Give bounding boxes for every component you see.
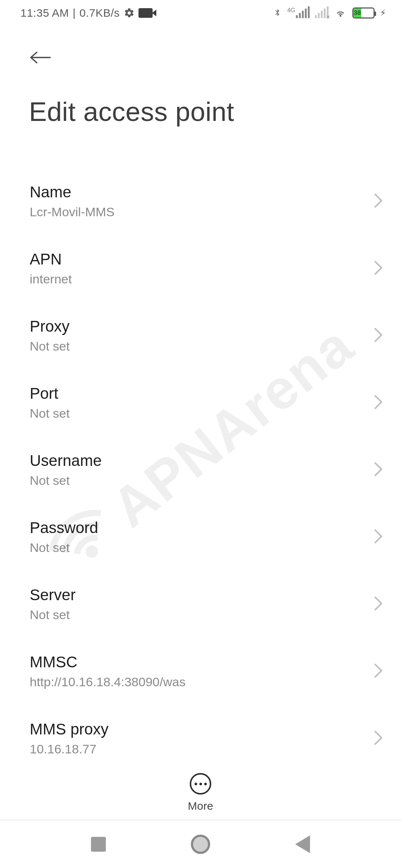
bottom-action-bar: More [0,773,401,812]
row-label: APN [30,250,72,268]
row-label: Server [30,586,76,604]
battery-pct: 38 [354,9,361,17]
chevron-right-icon [374,394,383,411]
nav-home-button[interactable] [191,835,210,854]
row-label: Username [30,452,102,470]
row-value: internet [30,272,72,286]
row-username[interactable]: Username Not set [30,436,383,503]
more-button[interactable] [190,773,211,795]
settings-list: Name Lcr-Movil-MMS APN internet Proxy No… [0,168,401,821]
row-apn[interactable]: APN internet [30,235,383,302]
row-label: Name [30,183,115,201]
camera-icon [138,8,153,18]
status-net-speed: 0.7KB/s [79,7,120,19]
row-proxy[interactable]: Proxy Not set [30,302,383,369]
nav-back-button[interactable] [295,835,310,853]
row-value: Not set [30,339,70,354]
network-badge: 4G [287,7,295,14]
more-label: More [188,800,213,812]
gear-icon [124,7,135,19]
battery-icon: 38 [352,7,375,19]
row-value: Not set [30,608,76,622]
row-label: MMSC [30,653,186,671]
row-value: Not set [30,406,70,421]
row-label: Password [30,519,98,537]
row-label: Port [30,385,70,402]
row-value: Not set [30,540,98,555]
bluetooth-icon [273,7,282,19]
page-title: Edit access point [29,96,381,127]
row-mmsproxy[interactable]: MMS proxy 10.16.18.77 [30,705,383,772]
row-password[interactable]: Password Not set [30,503,383,571]
signal-sim1-icon [296,8,310,18]
signal-sim2-icon [315,8,329,18]
charging-icon: ⚡︎ [380,8,386,18]
chevron-right-icon [374,663,383,680]
chevron-right-icon [374,461,383,479]
row-value: Lcr-Movil-MMS [30,205,115,219]
status-bar: 11:35 AM | 0.7KB/s 4G 38 ⚡︎ [0,0,401,26]
row-value: http://10.16.18.4:38090/was [30,675,186,689]
nav-recent-button[interactable] [91,837,106,852]
chevron-right-icon [374,596,383,613]
chevron-right-icon [374,327,383,344]
row-name[interactable]: Name Lcr-Movil-MMS [30,168,383,235]
row-value: 10.16.18.77 [30,742,108,756]
row-server[interactable]: Server Not set [30,571,383,638]
chevron-right-icon [374,529,383,546]
back-button[interactable] [29,45,55,70]
row-label: MMS proxy [30,720,108,738]
row-value: Not set [30,473,102,488]
chevron-right-icon [374,730,383,747]
system-nav-bar [0,820,401,868]
wifi-icon [334,7,347,19]
chevron-right-icon [374,193,383,210]
row-label: Proxy [30,318,70,335]
row-port[interactable]: Port Not set [30,369,383,436]
chevron-right-icon [374,260,383,277]
status-time: 11:35 AM [20,7,69,19]
row-mmsc[interactable]: MMSC http://10.16.18.4:38090/was [30,638,383,705]
